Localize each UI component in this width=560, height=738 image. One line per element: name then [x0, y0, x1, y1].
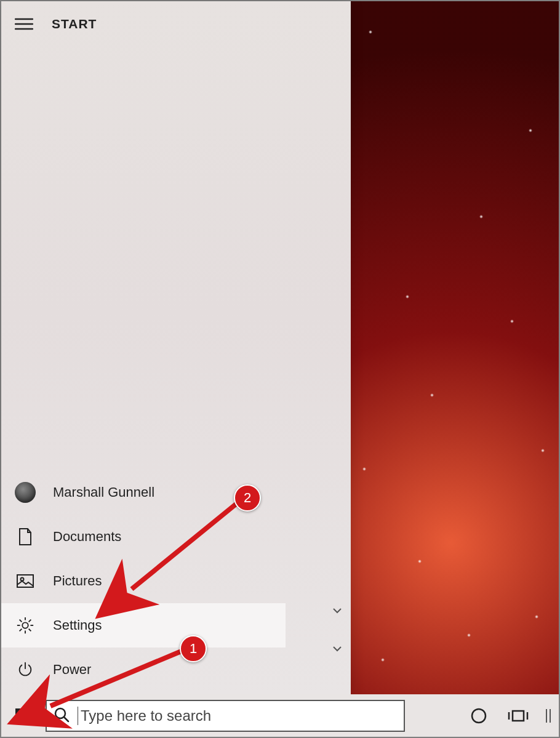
- svg-line-13: [29, 620, 31, 622]
- sidebar-item-documents[interactable]: Documents: [1, 515, 351, 559]
- avatar-icon: [15, 482, 36, 503]
- start-menu-header: START: [1, 1, 351, 47]
- circle-icon: [470, 707, 488, 725]
- svg-point-20: [472, 709, 486, 723]
- svg-rect-21: [513, 711, 524, 721]
- taskbar-divider: [538, 694, 559, 737]
- svg-rect-17: [24, 717, 31, 724]
- sidebar-item-label: Power: [53, 662, 91, 678]
- svg-rect-15: [24, 708, 31, 715]
- svg-rect-14: [15, 708, 22, 715]
- svg-line-10: [20, 620, 22, 622]
- svg-rect-16: [15, 717, 22, 724]
- divider-icon: [545, 707, 552, 725]
- sidebar-item-settings[interactable]: Settings: [1, 603, 286, 648]
- annotation-badge-2: 2: [234, 484, 261, 511]
- taskbar: [1, 694, 559, 737]
- svg-point-5: [22, 622, 28, 628]
- sidebar-item-label: Marshall Gunnell: [53, 484, 154, 500]
- start-menu-body: [1, 47, 351, 470]
- svg-line-19: [64, 717, 68, 721]
- power-icon: [15, 659, 36, 680]
- start-menu-items: Marshall Gunnell Documents: [1, 470, 351, 694]
- svg-point-4: [21, 578, 24, 581]
- cortana-button[interactable]: [459, 694, 498, 737]
- search-icon: [53, 706, 70, 726]
- task-view-button[interactable]: [498, 694, 538, 737]
- task-view-icon: [506, 707, 530, 725]
- desktop-screen: START Marshall Gunnell Documents: [0, 0, 560, 738]
- chevron-down-icon[interactable]: [331, 604, 343, 617]
- svg-line-12: [20, 629, 22, 632]
- start-button[interactable]: [1, 694, 46, 737]
- search-input[interactable]: [78, 707, 398, 725]
- svg-rect-3: [17, 575, 33, 587]
- sidebar-item-power[interactable]: Power: [1, 648, 351, 692]
- document-icon: [15, 526, 36, 547]
- taskbar-right: [459, 694, 559, 737]
- pictures-icon: [15, 571, 36, 592]
- sidebar-item-pictures[interactable]: Pictures: [1, 559, 351, 603]
- taskbar-search[interactable]: [46, 700, 405, 732]
- sidebar-item-user[interactable]: Marshall Gunnell: [1, 470, 351, 515]
- chevron-down-icon[interactable]: [331, 643, 343, 655]
- start-menu-title: START: [52, 17, 97, 31]
- sidebar-item-label: Documents: [53, 529, 121, 545]
- windows-icon: [14, 707, 33, 725]
- hamburger-icon[interactable]: [15, 17, 33, 31]
- sidebar-item-label: Pictures: [53, 573, 102, 589]
- start-menu: START Marshall Gunnell Documents: [1, 1, 351, 694]
- gear-icon: [15, 615, 36, 636]
- svg-line-11: [29, 629, 31, 632]
- annotation-badge-1: 1: [180, 635, 207, 662]
- sidebar-item-label: Settings: [53, 617, 102, 633]
